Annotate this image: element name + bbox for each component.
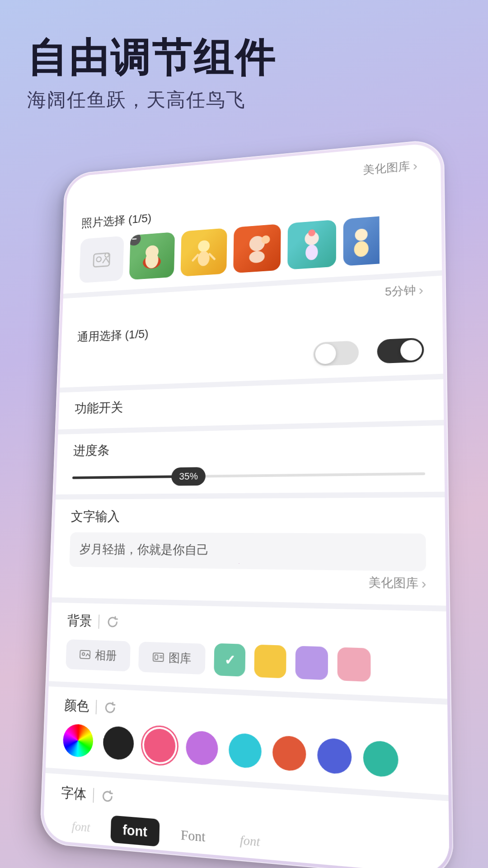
screen-content: 美化图库 照片选择 (1/5) <box>43 142 450 868</box>
svg-point-19 <box>354 241 369 257</box>
toggle-knob-off <box>315 343 336 364</box>
color-divider <box>96 700 97 714</box>
main-title: 自由调节组件 <box>27 36 277 80</box>
time-label: 5分钟 <box>385 283 416 300</box>
font-sample-bold[interactable]: font <box>110 815 160 847</box>
bg-section: 背景 <box>49 603 447 699</box>
illustration-3 <box>239 231 274 266</box>
color-reset-icon[interactable] <box>103 700 117 715</box>
func-section: 功能开关 <box>58 379 444 429</box>
progress-track[interactable]: 35% <box>72 472 425 479</box>
album-label: 相册 <box>95 647 117 663</box>
illustration-1 <box>136 239 169 274</box>
bg-title: 背景 <box>67 612 92 630</box>
swatch-check-green: ✓ <box>214 643 245 677</box>
svg-line-11 <box>210 254 215 259</box>
color-wheel[interactable] <box>62 723 94 758</box>
progress-thumb[interactable]: 35% <box>171 467 206 486</box>
text-beauty-lib[interactable]: 美化图库 <box>69 567 427 592</box>
font-sample-script[interactable]: font <box>60 812 103 842</box>
svg-point-16 <box>305 244 318 260</box>
color-circles <box>62 723 428 779</box>
svg-point-14 <box>261 235 270 244</box>
color-pink[interactable] <box>144 728 176 763</box>
font-reset-icon[interactable] <box>100 788 114 804</box>
font-title: 字体 <box>61 783 87 804</box>
text-beauty-chevron-icon <box>421 576 426 592</box>
photo-thumb-5[interactable] <box>343 216 380 266</box>
album-button[interactable]: 相册 <box>66 639 131 671</box>
svg-point-18 <box>355 228 368 241</box>
photo-thumb-4[interactable] <box>287 220 336 270</box>
svg-point-1 <box>96 257 101 262</box>
progress-section: 进度条 35% <box>56 425 445 495</box>
phone-screen: 美化图库 照片选择 (1/5) <box>43 142 450 868</box>
color-teal[interactable] <box>363 740 399 778</box>
add-photo-icon <box>91 249 112 270</box>
swatch-pink[interactable] <box>338 647 371 682</box>
svg-point-8 <box>198 240 210 252</box>
bg-section-header: 背景 <box>67 612 427 641</box>
color-black[interactable] <box>103 726 134 760</box>
color-cyan[interactable] <box>229 733 262 769</box>
svg-line-4 <box>105 255 108 255</box>
photo-thumb-3[interactable] <box>233 224 281 273</box>
text-input-label: 文字输入 <box>70 507 426 526</box>
swatch-green[interactable]: ✓ <box>214 643 245 677</box>
chevron-icon <box>413 158 418 173</box>
toggle-off[interactable] <box>314 340 359 366</box>
font-divider <box>93 788 94 802</box>
reset-icon[interactable] <box>106 614 119 629</box>
gallery-button[interactable]: 图库 <box>138 642 206 675</box>
font-sample-serif[interactable]: Font <box>168 820 218 852</box>
svg-point-21 <box>82 653 85 656</box>
svg-point-13 <box>249 250 264 263</box>
header-section: 自由调节组件 海阔任鱼跃，天高任鸟飞 <box>27 36 277 113</box>
illustration-4 <box>294 226 329 263</box>
gallery-icon <box>152 651 164 664</box>
illustration-5 <box>343 223 380 260</box>
bg-controls: 相册 图库 ✓ <box>66 638 427 684</box>
gallery-label: 图库 <box>169 650 192 666</box>
beauty-lib-link[interactable]: 美化图库 <box>363 158 418 178</box>
phone-frame: 美化图库 照片选择 (1/5) <box>39 138 454 868</box>
text-input-field[interactable]: 岁月轻描，你就是你自己 <box>69 532 426 571</box>
color-purple[interactable] <box>186 730 218 766</box>
time-chevron-icon <box>418 282 423 297</box>
photo-add-button[interactable] <box>79 236 124 283</box>
text-beauty-lib-label: 美化图库 <box>369 574 419 591</box>
beauty-lib-label: 美化图库 <box>363 159 410 178</box>
toggle-row <box>76 338 424 376</box>
swatch-yellow[interactable] <box>254 645 286 679</box>
photo-thumb-1[interactable]: − <box>129 232 175 280</box>
font-sample-light[interactable]: font <box>227 826 273 857</box>
svg-rect-23 <box>155 655 158 659</box>
func-label: 功能开关 <box>75 389 425 417</box>
text-input-section: 文字输入 岁月轻描，你就是你自己 美化图库 <box>52 497 446 606</box>
svg-point-9 <box>197 251 209 267</box>
toggle-on[interactable] <box>377 338 424 364</box>
album-icon <box>79 648 91 661</box>
sub-title: 海阔任鱼跃，天高任鸟飞 <box>27 87 277 113</box>
illustration-2 <box>187 235 221 270</box>
progress-label: 进度条 <box>73 435 425 460</box>
color-orange[interactable] <box>272 735 306 772</box>
toggle-knob-on <box>400 340 422 361</box>
swatch-purple[interactable] <box>296 646 328 680</box>
color-blue[interactable] <box>317 738 352 775</box>
photo-thumb-2[interactable] <box>180 228 227 277</box>
divider-line <box>99 614 100 628</box>
progress-value: 35% <box>179 471 198 482</box>
phone-wrapper: 美化图库 照片选择 (1/5) <box>38 132 488 868</box>
color-title: 颜色 <box>64 696 89 716</box>
svg-line-10 <box>193 255 198 261</box>
